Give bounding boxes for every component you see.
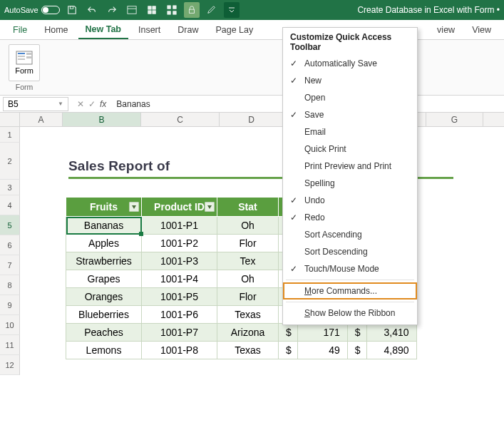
menu-item-sort-desc[interactable]: Sort Descending [283,243,417,260]
row-header[interactable]: 9 [0,295,20,315]
cell-state[interactable]: Oh [217,217,279,235]
filter-icon[interactable] [129,202,139,212]
cell-pid[interactable]: 1001-P1 [142,217,217,235]
select-all-corner[interactable] [0,113,20,126]
cell-sales[interactable]: 4,890 [366,342,416,359]
tab-new-tab[interactable]: New Tab [78,20,128,39]
menu-item-touch-mouse[interactable]: Touch/Mouse Mode [283,260,417,277]
tab-view[interactable]: View [465,20,498,39]
row-header[interactable]: 3 [0,180,20,195]
cell-dollar[interactable]: $ [279,342,298,359]
row-header[interactable]: 12 [0,355,20,375]
cell-pid[interactable]: 1001-P5 [142,288,217,306]
col-header-c[interactable]: C [141,113,220,126]
cell-fruit[interactable]: Bananas [66,217,142,235]
tab-draw[interactable]: Draw [170,20,205,39]
name-box[interactable]: B5 ▼ [3,97,68,111]
cell-fruit[interactable]: Strawberries [66,252,142,270]
ribbon-group-label: Form [16,83,34,91]
cell-fruit[interactable]: Apples [66,235,142,252]
tab-page-layout[interactable]: Page Lay [208,20,260,39]
tab-insert[interactable]: Insert [131,20,168,39]
svg-rect-11 [189,9,194,13]
cell-sales[interactable]: 3,410 [366,324,416,342]
menu-item-undo[interactable]: Undo [283,192,417,209]
toggle-off-icon[interactable] [41,6,60,14]
menu-item-open[interactable]: Open [283,89,417,106]
cell-state[interactable]: Flor [217,235,279,252]
cell-pid[interactable]: 1001-P7 [142,324,217,342]
cell-dollar[interactable]: $ [347,342,366,359]
redo-icon[interactable] [104,2,120,18]
col-header-g[interactable]: G [426,113,483,126]
cell-price[interactable]: 49 [297,342,347,359]
menu-item-sort-asc[interactable]: Sort Ascending [283,226,417,243]
cell-fruit[interactable]: Lemons [66,342,142,359]
fx-icon[interactable]: fx [100,99,106,109]
filter-icon[interactable] [205,202,215,212]
cell-pid[interactable]: 1001-P6 [142,306,217,324]
menu-item-email[interactable]: Email [283,123,417,140]
form-icon [16,51,33,65]
row-header[interactable]: 7 [0,255,20,275]
cell-state[interactable]: Tex [217,252,279,270]
chevron-down-icon[interactable]: ▼ [58,101,63,107]
cell-state[interactable]: Oh [217,270,279,288]
col-header-d[interactable]: D [220,113,284,126]
row-header[interactable]: 11 [0,335,20,355]
row-header[interactable]: 2 [0,143,20,180]
cell-dollar[interactable]: $ [279,324,298,342]
cell-state[interactable]: Flor [217,288,279,306]
col-header-b[interactable]: B [63,113,141,126]
cell-price[interactable]: 171 [297,324,347,342]
cell-pid[interactable]: 1001-P2 [142,235,217,252]
row-header[interactable]: 10 [0,315,20,335]
svg-rect-3 [148,6,150,9]
tab-view-ext[interactable]: view [430,20,462,39]
menu-item-more-commands[interactable]: More Commands... [283,282,417,300]
menu-item-auto-save[interactable]: Automatically Save [283,55,417,72]
cell-fruit[interactable]: Oranges [66,288,142,306]
cell-state[interactable]: Texas [217,306,279,324]
cell-state[interactable]: Arizona [217,324,279,342]
cell-pid[interactable]: 1001-P3 [142,252,217,270]
undo-icon[interactable] [84,2,100,18]
menu-item-save[interactable]: Save [283,106,417,123]
lock-icon[interactable] [184,2,200,18]
menu-item-print-preview[interactable]: Print Preview and Print [283,158,417,175]
cell-fruit[interactable]: Peaches [66,324,142,342]
qat-icon-1[interactable] [124,2,140,18]
ribbon-tabs: File Home New Tab Insert Draw Page Lay v… [0,20,504,40]
accept-icon[interactable]: ✓ [88,99,96,109]
cell-fruit[interactable]: Grapes [66,270,142,288]
qat-icon-3[interactable] [164,2,180,18]
save-icon[interactable] [64,2,80,18]
tab-file[interactable]: File [6,20,34,39]
cell-pid[interactable]: 1001-P8 [142,342,217,359]
table-header-fruits[interactable]: Fruits [66,198,142,217]
row-header[interactable]: 6 [0,235,20,255]
menu-item-new[interactable]: New [283,72,417,89]
customize-qat-dropdown[interactable] [224,2,240,18]
form-button[interactable]: Form [9,44,40,81]
tab-home[interactable]: Home [37,20,75,39]
menu-item-redo[interactable]: Redo [283,209,417,226]
qat-icon-brush[interactable] [204,2,220,18]
table-header-productid[interactable]: Product ID [142,198,217,217]
menu-item-spelling[interactable]: Spelling [283,175,417,192]
qat-icon-2[interactable] [144,2,160,18]
cell-fruit[interactable]: Blueberries [66,306,142,324]
menu-item-show-below[interactable]: Show Below the Ribbon [283,304,417,322]
cell-state[interactable]: Texas [217,342,279,359]
row-header[interactable]: 8 [0,275,20,295]
cell-pid[interactable]: 1001-P4 [142,270,217,288]
cell-dollar[interactable]: $ [347,324,366,342]
col-header-a[interactable]: A [20,113,63,126]
autosave-toggle[interactable]: AutoSave [4,6,60,14]
menu-item-quick-print[interactable]: Quick Print [283,140,417,158]
row-header[interactable]: 5 [0,215,20,235]
table-header-state[interactable]: Stat [217,198,279,217]
cancel-icon[interactable]: ✕ [77,99,84,109]
row-header[interactable]: 4 [0,195,20,215]
row-header[interactable]: 1 [0,127,20,143]
